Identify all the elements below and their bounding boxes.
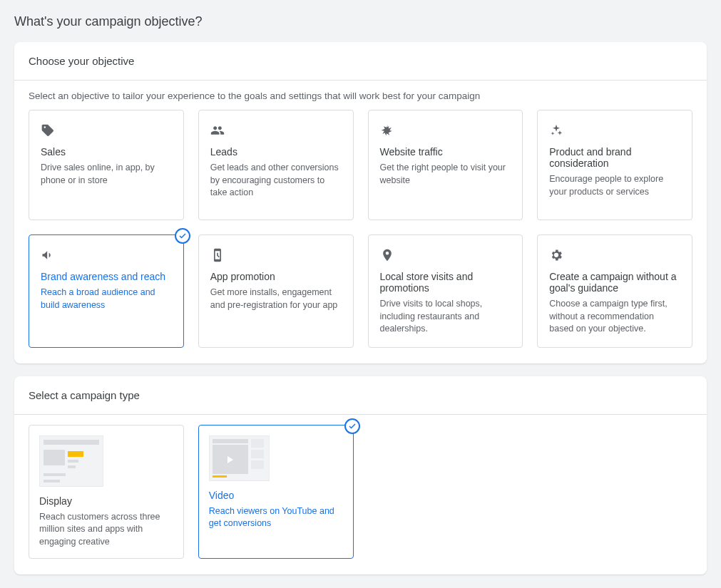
card-title: App promotion bbox=[210, 271, 342, 282]
objective-card-product-and-brand-consideration[interactable]: Product and brand considerationEncourage… bbox=[537, 110, 692, 220]
type-title: Display bbox=[39, 495, 173, 507]
pin-icon bbox=[380, 247, 511, 264]
tag-icon bbox=[41, 122, 172, 139]
page-title: What's your campaign objective? bbox=[14, 14, 707, 29]
display-thumbnail bbox=[39, 435, 103, 487]
objective-card-sales[interactable]: SalesDrive sales online, in app, by phon… bbox=[29, 110, 184, 220]
objective-card-website-traffic[interactable]: Website trafficGet the right people to v… bbox=[368, 110, 523, 220]
card-title: Create a campaign without a goal's guida… bbox=[549, 271, 680, 294]
click-icon bbox=[380, 122, 511, 139]
megaphone-icon bbox=[41, 247, 172, 264]
card-title: Leads bbox=[210, 146, 342, 158]
card-desc: Get leads and other conversions by encou… bbox=[210, 162, 342, 200]
type-title: Video bbox=[209, 490, 343, 501]
objective-card-local-store-visits-and-promotions[interactable]: Local store visits and promotionsDrive v… bbox=[368, 234, 523, 348]
video-thumbnail bbox=[209, 435, 270, 481]
card-title: Brand awareness and reach bbox=[41, 271, 172, 282]
card-title: Product and brand consideration bbox=[549, 146, 680, 169]
selected-check-icon bbox=[344, 418, 360, 434]
type-panel-header: Select a campaign type bbox=[14, 376, 707, 415]
sparkle-icon bbox=[549, 122, 680, 139]
card-desc: Drive sales online, in app, by phone or … bbox=[41, 162, 172, 187]
objective-card-app-promotion[interactable]: App promotionGet more installs, engageme… bbox=[198, 234, 354, 348]
objective-panel: Choose your objective Select an objectiv… bbox=[14, 42, 707, 363]
type-panel: Select a campaign type DisplayReach cust… bbox=[14, 376, 707, 575]
card-desc: Reach a broad audience and build awarene… bbox=[41, 287, 172, 311]
objective-card-brand-awareness-and-reach[interactable]: Brand awareness and reachReach a broad a… bbox=[29, 234, 184, 348]
type-card-video[interactable]: VideoReach viewers on YouTube and get co… bbox=[198, 425, 354, 559]
gear-icon bbox=[549, 247, 680, 264]
card-desc: Get more installs, engagement and pre-re… bbox=[210, 287, 342, 311]
objective-card-create-a-campaign-without-a-goal-s-guidance[interactable]: Create a campaign without a goal's guida… bbox=[537, 234, 692, 348]
selected-check-icon bbox=[175, 228, 190, 244]
card-desc: Choose a campaign type first, without a … bbox=[549, 298, 680, 336]
type-desc: Reach viewers on YouTube and get convers… bbox=[209, 505, 343, 530]
objective-panel-subtext: Select an objective to tailor your exper… bbox=[14, 81, 707, 110]
phone-icon bbox=[210, 247, 342, 264]
card-desc: Drive visits to local shops, including r… bbox=[380, 298, 511, 336]
type-desc: Reach customers across three million sit… bbox=[39, 511, 173, 549]
objective-card-leads[interactable]: LeadsGet leads and other conversions by … bbox=[198, 110, 354, 220]
type-card-display[interactable]: DisplayReach customers across three mill… bbox=[29, 425, 184, 559]
group-icon bbox=[210, 122, 342, 139]
card-desc: Encourage people to explore your product… bbox=[549, 173, 680, 198]
card-desc: Get the right people to visit your websi… bbox=[380, 162, 511, 187]
objective-grid: SalesDrive sales online, in app, by phon… bbox=[14, 110, 707, 363]
type-grid: DisplayReach customers across three mill… bbox=[14, 425, 707, 575]
card-title: Website traffic bbox=[380, 146, 511, 158]
card-title: Sales bbox=[41, 146, 172, 158]
card-title: Local store visits and promotions bbox=[380, 271, 511, 294]
objective-panel-header: Choose your objective bbox=[14, 42, 707, 81]
